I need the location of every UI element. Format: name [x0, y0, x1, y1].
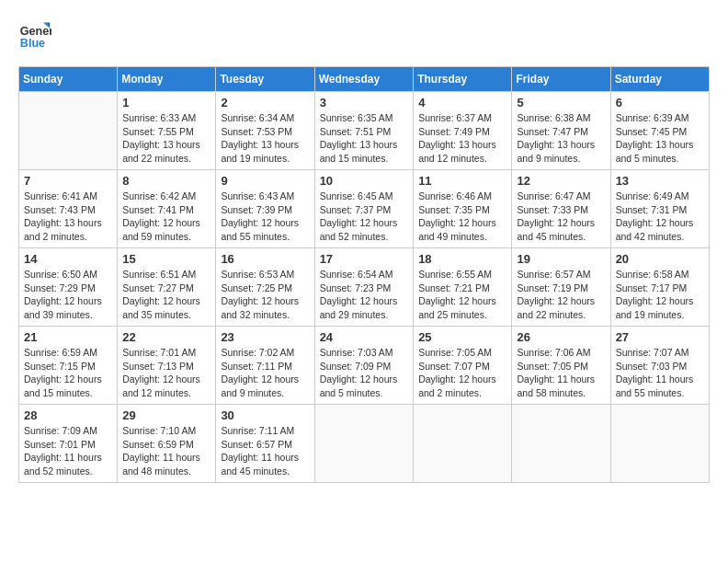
day-info: Sunrise: 6:55 AMSunset: 7:21 PMDaylight:…	[418, 268, 506, 322]
calendar-cell	[512, 405, 610, 483]
day-info: Sunrise: 6:38 AMSunset: 7:47 PMDaylight:…	[517, 111, 605, 166]
day-number: 29	[122, 408, 210, 422]
day-info: Sunrise: 6:51 AMSunset: 7:27 PMDaylight:…	[122, 268, 210, 322]
day-number: 4	[418, 96, 506, 109]
day-info: Sunrise: 7:07 AMSunset: 7:03 PMDaylight:…	[616, 346, 704, 400]
calendar-cell	[610, 405, 709, 483]
calendar-cell: 17 Sunrise: 6:54 AMSunset: 7:23 PMDaylig…	[314, 248, 414, 327]
calendar-cell: 28 Sunrise: 7:09 AMSunset: 7:01 PMDaylig…	[19, 405, 118, 483]
day-info: Sunrise: 6:37 AMSunset: 7:49 PMDaylight:…	[418, 111, 506, 166]
day-info: Sunrise: 6:47 AMSunset: 7:33 PMDaylight:…	[517, 190, 605, 244]
calendar-cell: 22 Sunrise: 7:01 AMSunset: 7:13 PMDaylig…	[118, 327, 216, 405]
day-number: 6	[616, 96, 704, 109]
day-info: Sunrise: 6:42 AMSunset: 7:41 PMDaylight:…	[122, 190, 210, 244]
day-number: 15	[122, 252, 210, 266]
day-number: 1	[122, 96, 210, 109]
calendar-cell: 15 Sunrise: 6:51 AMSunset: 7:27 PMDaylig…	[118, 248, 216, 327]
day-number: 8	[122, 174, 210, 188]
day-info: Sunrise: 6:39 AMSunset: 7:45 PMDaylight:…	[616, 111, 704, 166]
day-number: 30	[221, 408, 309, 422]
weekday-header: Saturday	[610, 67, 709, 92]
calendar-cell: 10 Sunrise: 6:45 AMSunset: 7:37 PMDaylig…	[314, 170, 414, 248]
calendar-cell: 14 Sunrise: 6:50 AMSunset: 7:29 PMDaylig…	[19, 248, 118, 327]
calendar-cell: 9 Sunrise: 6:43 AMSunset: 7:39 PMDayligh…	[216, 170, 314, 248]
day-number: 11	[418, 174, 506, 188]
day-info: Sunrise: 6:46 AMSunset: 7:35 PMDaylight:…	[418, 190, 506, 244]
calendar-cell: 27 Sunrise: 7:07 AMSunset: 7:03 PMDaylig…	[610, 327, 709, 405]
logo: General Blue	[18, 18, 57, 52]
day-info: Sunrise: 7:09 AMSunset: 7:01 PMDaylight:…	[24, 424, 112, 478]
page-header: General Blue	[18, 18, 710, 52]
calendar-cell: 16 Sunrise: 6:53 AMSunset: 7:25 PMDaylig…	[216, 248, 314, 327]
day-number: 19	[517, 252, 605, 266]
day-number: 25	[418, 330, 506, 344]
calendar-cell: 12 Sunrise: 6:47 AMSunset: 7:33 PMDaylig…	[512, 170, 610, 248]
day-info: Sunrise: 6:59 AMSunset: 7:15 PMDaylight:…	[24, 346, 112, 400]
day-info: Sunrise: 6:50 AMSunset: 7:29 PMDaylight:…	[24, 268, 112, 322]
day-info: Sunrise: 6:53 AMSunset: 7:25 PMDaylight:…	[221, 268, 309, 322]
day-number: 14	[24, 252, 112, 266]
day-number: 17	[320, 252, 409, 266]
calendar-cell: 6 Sunrise: 6:39 AMSunset: 7:45 PMDayligh…	[610, 92, 709, 170]
day-info: Sunrise: 6:33 AMSunset: 7:55 PMDaylight:…	[122, 111, 210, 166]
calendar-cell: 24 Sunrise: 7:03 AMSunset: 7:09 PMDaylig…	[314, 327, 414, 405]
weekday-header: Friday	[512, 67, 610, 92]
day-info: Sunrise: 7:06 AMSunset: 7:05 PMDaylight:…	[517, 346, 605, 400]
logo-icon: General Blue	[18, 18, 51, 52]
calendar-cell	[414, 405, 512, 483]
calendar-cell: 4 Sunrise: 6:37 AMSunset: 7:49 PMDayligh…	[414, 92, 512, 170]
day-info: Sunrise: 6:35 AMSunset: 7:51 PMDaylight:…	[320, 111, 409, 166]
calendar-table: SundayMondayTuesdayWednesdayThursdayFrid…	[18, 66, 710, 483]
day-number: 18	[418, 252, 506, 266]
calendar-cell: 30 Sunrise: 7:11 AMSunset: 6:57 PMDaylig…	[216, 405, 314, 483]
day-number: 13	[616, 174, 704, 188]
calendar-cell: 25 Sunrise: 7:05 AMSunset: 7:07 PMDaylig…	[414, 327, 512, 405]
svg-text:Blue: Blue	[20, 37, 45, 50]
day-number: 10	[320, 174, 409, 188]
calendar-cell: 29 Sunrise: 7:10 AMSunset: 6:59 PMDaylig…	[118, 405, 216, 483]
weekday-header: Sunday	[19, 67, 118, 92]
calendar-cell: 13 Sunrise: 6:49 AMSunset: 7:31 PMDaylig…	[610, 170, 709, 248]
calendar-cell: 5 Sunrise: 6:38 AMSunset: 7:47 PMDayligh…	[512, 92, 610, 170]
day-number: 5	[517, 96, 605, 109]
day-number: 26	[517, 330, 605, 344]
calendar-cell: 7 Sunrise: 6:41 AMSunset: 7:43 PMDayligh…	[19, 170, 118, 248]
weekday-header: Thursday	[414, 67, 512, 92]
day-info: Sunrise: 6:41 AMSunset: 7:43 PMDaylight:…	[24, 190, 112, 244]
day-number: 23	[221, 330, 309, 344]
day-number: 7	[24, 174, 112, 188]
weekday-header: Tuesday	[216, 67, 314, 92]
day-info: Sunrise: 7:10 AMSunset: 6:59 PMDaylight:…	[122, 424, 210, 478]
day-number: 16	[221, 252, 309, 266]
calendar-cell	[19, 92, 118, 170]
day-info: Sunrise: 7:11 AMSunset: 6:57 PMDaylight:…	[221, 424, 309, 478]
day-info: Sunrise: 6:58 AMSunset: 7:17 PMDaylight:…	[616, 268, 704, 322]
day-number: 2	[221, 96, 309, 109]
day-info: Sunrise: 6:43 AMSunset: 7:39 PMDaylight:…	[221, 190, 309, 244]
day-info: Sunrise: 6:34 AMSunset: 7:53 PMDaylight:…	[221, 111, 309, 166]
calendar-header-row: SundayMondayTuesdayWednesdayThursdayFrid…	[19, 67, 710, 92]
calendar-week-row: 14 Sunrise: 6:50 AMSunset: 7:29 PMDaylig…	[19, 248, 710, 327]
calendar-cell: 3 Sunrise: 6:35 AMSunset: 7:51 PMDayligh…	[314, 92, 414, 170]
day-number: 21	[24, 330, 112, 344]
calendar-cell: 1 Sunrise: 6:33 AMSunset: 7:55 PMDayligh…	[118, 92, 216, 170]
day-number: 3	[320, 96, 409, 109]
calendar-week-row: 1 Sunrise: 6:33 AMSunset: 7:55 PMDayligh…	[19, 92, 710, 170]
weekday-header: Monday	[118, 67, 216, 92]
calendar-cell: 26 Sunrise: 7:06 AMSunset: 7:05 PMDaylig…	[512, 327, 610, 405]
calendar-week-row: 7 Sunrise: 6:41 AMSunset: 7:43 PMDayligh…	[19, 170, 710, 248]
calendar-cell: 2 Sunrise: 6:34 AMSunset: 7:53 PMDayligh…	[216, 92, 314, 170]
day-info: Sunrise: 6:54 AMSunset: 7:23 PMDaylight:…	[320, 268, 409, 322]
day-number: 27	[616, 330, 704, 344]
calendar-cell	[314, 405, 414, 483]
day-number: 20	[616, 252, 704, 266]
day-number: 22	[122, 330, 210, 344]
day-info: Sunrise: 6:49 AMSunset: 7:31 PMDaylight:…	[616, 190, 704, 244]
day-info: Sunrise: 6:57 AMSunset: 7:19 PMDaylight:…	[517, 268, 605, 322]
day-info: Sunrise: 7:02 AMSunset: 7:11 PMDaylight:…	[221, 346, 309, 400]
weekday-header: Wednesday	[314, 67, 414, 92]
calendar-week-row: 28 Sunrise: 7:09 AMSunset: 7:01 PMDaylig…	[19, 405, 710, 483]
day-number: 24	[320, 330, 409, 344]
day-number: 9	[221, 174, 309, 188]
day-info: Sunrise: 6:45 AMSunset: 7:37 PMDaylight:…	[320, 190, 409, 244]
